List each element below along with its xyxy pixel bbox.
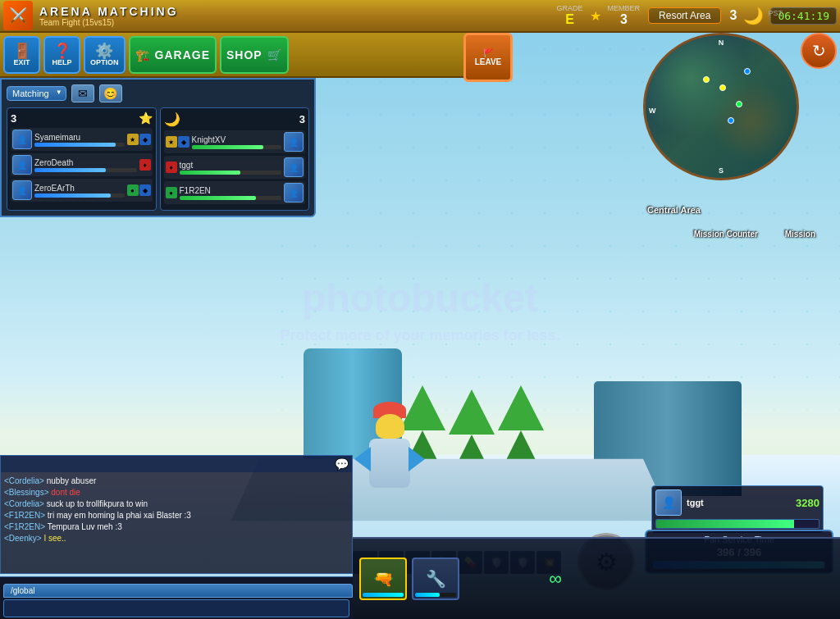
player-hp-fill-6 — [180, 196, 256, 200]
chat-messages: <Cordelia> nubby abuser <Blessings> dont… — [1, 472, 352, 573]
player-info-1: Syameimaru — [34, 133, 125, 147]
team-a-header: 3 ⭐ — [11, 112, 153, 125]
minimap-compass-s: S — [719, 166, 724, 175]
timezone-label: PST — [768, 9, 783, 17]
player-name-4: KnightXV — [192, 135, 282, 144]
option-icon: ⚙️ — [95, 43, 113, 58]
chat-sender-6: <Deenky> — [4, 534, 42, 543]
matching-dropdown[interactable]: Matching — [7, 86, 66, 101]
minimap-ally-dot — [736, 101, 742, 107]
member-value: 3 — [620, 12, 628, 27]
top-bar: ⚔️ ARENA MATCHING Team Fight (15vs15) GR… — [0, 0, 840, 33]
chat-message-5: <F1R2EN> Tempura Luv meh :3 — [4, 521, 349, 532]
table-row: 👤 ZeroDeath ♦ — [11, 153, 153, 176]
ammo-bar-1 — [363, 593, 404, 597]
player-avatar-2: 👤 — [12, 155, 32, 175]
character — [369, 402, 410, 488]
option-button[interactable]: ⚙️ OPTION — [84, 36, 126, 74]
ammo-fill-1 — [363, 593, 404, 597]
table-row: ● F1R2EN 👤 — [164, 181, 306, 204]
chat-scroll-button[interactable]: 💬 — [335, 457, 349, 471]
grade-label: GRADE — [557, 4, 583, 12]
player-hud-score: 3280 — [796, 497, 819, 509]
matching-header: Matching ✉ 😊 — [7, 84, 309, 102]
grade-member-box: GRADE E ★ MEMBER 3 — [557, 4, 641, 27]
refresh-button[interactable]: ↻ — [801, 33, 837, 69]
time-container: PST 06:41:19 — [770, 7, 840, 25]
chat-message-2: <Blessings> dont die — [4, 487, 349, 498]
arena-title-main: ARENA MATCHING — [39, 5, 179, 18]
weapon-1-icon: 🔫 — [373, 569, 394, 589]
badge-red-5: ♦ — [166, 162, 177, 173]
shop-cart-icon: 🛒 — [267, 48, 282, 61]
leave-label: LEAVE — [475, 57, 502, 66]
player-name-1: Syameimaru — [34, 133, 125, 142]
player-hp-bar-1 — [34, 143, 125, 147]
player-info-6: F1R2EN — [180, 186, 282, 200]
player-badges-5: ♦ — [166, 162, 177, 173]
chat-message-6: <Deenky> I see.. — [4, 533, 349, 544]
chat-text-1: nubby abuser — [47, 476, 97, 485]
exit-button[interactable]: 🚪 EXIT — [3, 36, 40, 74]
player-avatar-6: 👤 — [284, 183, 304, 203]
player-name-3: ZeroEArTh — [34, 184, 125, 193]
member-box: MEMBER 3 — [608, 4, 641, 27]
badge-green-6: ● — [166, 187, 177, 198]
chat-text-3: suck up to trollfikpura to win — [47, 499, 148, 508]
location-box: Resort Area — [648, 7, 721, 24]
player-info-avatar: 👤 — [655, 489, 682, 516]
weapon-2-icon: 🔧 — [426, 569, 446, 589]
arena-title-sub: Team Fight (15vs15) — [39, 18, 179, 27]
player-badges-2: ♦ — [139, 159, 151, 171]
player-hp-fill-1 — [34, 143, 116, 147]
chat-input-field[interactable] — [3, 599, 349, 617]
weapon-slot-2[interactable]: 🔧 — [412, 558, 459, 600]
chat-text-2: dont die — [51, 488, 80, 497]
garage-button[interactable]: 🏗️ GARAGE — [129, 36, 217, 74]
mail-icon: ✉ — [78, 87, 88, 100]
player-badges-6: ● — [166, 187, 177, 198]
face-button[interactable]: 😊 — [99, 84, 122, 102]
chat-message-3: <Cordelia> suck up to trollfikpura to wi… — [4, 498, 349, 509]
player-avatar-5: 👤 — [284, 157, 304, 177]
team-a-panel: 3 ⭐ 👤 Syameimaru ★ ◆ 👤 Zer — [7, 107, 157, 211]
badge-green-3: ● — [127, 184, 139, 196]
leave-button[interactable]: 🚩 LEAVE — [463, 33, 513, 82]
player-hp-section — [655, 519, 819, 529]
minimap[interactable]: N S W — [643, 33, 799, 180]
chat-tab[interactable]: /global — [3, 584, 353, 598]
shop-label: SHOP — [226, 48, 262, 61]
player-hp-bar — [655, 519, 819, 529]
help-button[interactable]: ❓ HELP — [43, 36, 80, 74]
player-hp-fill-2 — [34, 168, 106, 172]
chat-text-6: I see.. — [43, 534, 66, 543]
player-name-container: tggt — [687, 498, 704, 507]
arena-icon: ⚔️ — [3, 1, 33, 30]
bottom-toolbar: 🔫 🔧 ∞ — [353, 537, 840, 619]
leave-flag-icon: 🚩 — [483, 48, 493, 57]
player-hud-name: tggt — [687, 498, 704, 507]
member-label: MEMBER — [608, 4, 641, 12]
team-b-header: 🌙 3 — [164, 112, 306, 127]
player-avatar-icon: 👤 — [662, 496, 676, 509]
chat-sender-3: <Cordelia> — [4, 499, 44, 508]
chat-text-4: tri may em homing la phai xai Blaster :3 — [48, 511, 191, 520]
shop-button[interactable]: SHOP 🛒 — [220, 36, 289, 74]
table-row: ★ ◆ KnightXV 👤 — [164, 130, 306, 153]
badge-blue-4: ◆ — [178, 136, 189, 148]
player-avatar-3: 👤 — [12, 180, 32, 200]
mail-button[interactable]: ✉ — [71, 84, 94, 102]
player-info-row: 👤 tggt 3280 — [655, 489, 819, 516]
garage-label: GARAGE — [155, 48, 210, 61]
chat-input-bar: /global — [0, 576, 353, 619]
minimap-enemy-dot-2 — [728, 117, 734, 124]
minimap-enemy-dot — [744, 68, 751, 75]
minimap-player-dot — [719, 84, 726, 91]
team-a-star-icon: ⭐ — [139, 112, 153, 125]
team-b-panel: 🌙 3 ★ ◆ KnightXV 👤 ♦ — [160, 107, 310, 211]
chat-box: 💬 <Cordelia> nubby abuser <Blessings> do… — [0, 455, 353, 574]
team-b-moon-icon: 🌙 — [164, 112, 180, 127]
mission-label: Mission — [785, 230, 815, 239]
weapon-slot-1[interactable]: 🔫 — [359, 558, 407, 600]
exit-label: EXIT — [13, 58, 30, 66]
